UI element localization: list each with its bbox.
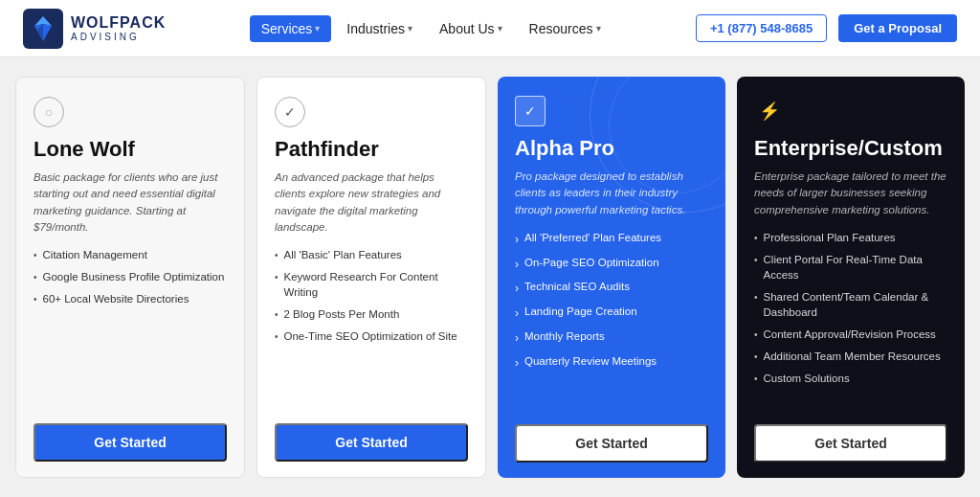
pricing-section: ○ Lone Wolf Basic package for clients wh… <box>0 57 980 497</box>
lone-wolf-icon: ○ <box>33 97 64 127</box>
main-nav: Services ▾ Industries ▾ About Us ▾ Resou… <box>185 15 677 42</box>
logo-wolfpack: WOLFPACK <box>71 14 166 32</box>
bullet-icon: • <box>33 271 37 284</box>
alpha-pro-features: ›All 'Preferred' Plan Features ›On-Page … <box>515 230 708 413</box>
enterprise-icon: ⚡ <box>754 96 785 126</box>
bullet-icon: › <box>515 355 519 372</box>
list-item: ›Landing Page Creation <box>515 304 708 322</box>
enterprise-desc: Enterprise package tailored to meet the … <box>754 169 947 218</box>
bullet-icon: › <box>515 305 519 322</box>
pathfinder-icon: ✓ <box>275 97 305 127</box>
list-item: ›All 'Preferred' Plan Features <box>515 230 708 248</box>
logo[interactable]: WOLFPACK ADVISING <box>23 9 166 49</box>
alpha-pro-cta[interactable]: Get Started <box>515 424 708 463</box>
logo-text: WOLFPACK ADVISING <box>71 14 166 42</box>
bullet-icon: • <box>33 293 37 306</box>
list-item: •Content Approval/Revision Process <box>754 327 947 342</box>
list-item: •60+ Local Website Directories <box>33 291 227 306</box>
enterprise-title: Enterprise/Custom <box>754 136 947 161</box>
list-item: •Google Business Profile Optimization <box>33 269 227 284</box>
pathfinder-cta[interactable]: Get Started <box>275 423 468 462</box>
enterprise-cta[interactable]: Get Started <box>754 424 947 463</box>
nav-industries[interactable]: Industries ▾ <box>335 15 424 42</box>
pathfinder-features: •All 'Basic' Plan Features •Keyword Rese… <box>275 247 468 412</box>
list-item: •One-Time SEO Optimization of Site <box>275 328 468 344</box>
card-lone-wolf: ○ Lone Wolf Basic package for clients wh… <box>15 77 245 478</box>
chevron-down-icon: ▾ <box>408 23 412 34</box>
list-item: •Professional Plan Features <box>754 230 947 245</box>
alpha-pro-desc: Pro package designed to establish client… <box>515 169 708 218</box>
list-item: •Custom Solutions <box>754 371 947 386</box>
bullet-icon: • <box>754 291 758 305</box>
list-item: •Citation Management <box>33 247 227 262</box>
enterprise-features: •Professional Plan Features •Client Port… <box>754 230 947 413</box>
alpha-pro-title: Alpha Pro <box>515 136 708 161</box>
bullet-icon: • <box>754 254 758 267</box>
bullet-icon: • <box>275 271 278 284</box>
list-item: •Client Portal For Real-Time Data Access <box>754 252 947 282</box>
logo-advising: ADVISING <box>71 32 166 42</box>
chevron-down-icon: ▾ <box>596 23 601 34</box>
header: WOLFPACK ADVISING Services ▾ Industries … <box>0 0 980 57</box>
bullet-icon: • <box>33 249 37 262</box>
list-item: •Keyword Research For Content Writing <box>275 269 468 300</box>
list-item: ›Quarterly Review Meetings <box>515 353 708 372</box>
list-item: ›On-Page SEO Optimization <box>515 255 708 273</box>
bullet-icon: › <box>515 330 519 347</box>
lone-wolf-cta[interactable]: Get Started <box>33 423 227 462</box>
bullet-icon: • <box>275 308 278 322</box>
card-alpha-pro: ✓ Alpha Pro Pro package designed to esta… <box>498 77 725 478</box>
bullet-icon: › <box>515 281 519 297</box>
card-enterprise: ⚡ Enterprise/Custom Enterprise package t… <box>737 77 965 478</box>
bullet-icon: › <box>515 257 519 273</box>
alpha-pro-icon: ✓ <box>515 96 546 126</box>
header-right: +1 (877) 548-8685 Get a Proposal <box>696 14 957 42</box>
bullet-icon: • <box>754 232 758 245</box>
nav-resources[interactable]: Resources ▾ <box>518 15 612 42</box>
lone-wolf-desc: Basic package for clients who are just s… <box>33 169 227 236</box>
phone-button[interactable]: +1 (877) 548-8685 <box>696 14 827 42</box>
wolfpack-logo-icon <box>23 9 63 49</box>
list-item: ›Monthly Reports <box>515 328 708 347</box>
chevron-down-icon: ▾ <box>498 23 502 34</box>
bullet-icon: › <box>515 232 519 248</box>
list-item: •Additional Team Member Resources <box>754 349 947 364</box>
lone-wolf-title: Lone Wolf <box>33 137 227 162</box>
card-pathfinder: ✓ Pathfinder An advanced package that he… <box>256 77 486 478</box>
list-item: •Shared Content/Team Calendar & Dashboar… <box>754 289 947 320</box>
list-item: •All 'Basic' Plan Features <box>275 247 468 262</box>
lone-wolf-features: •Citation Management •Google Business Pr… <box>33 247 227 412</box>
nav-about[interactable]: About Us ▾ <box>428 15 514 42</box>
list-item: ›Technical SEO Audits <box>515 279 708 297</box>
bullet-icon: • <box>275 249 278 262</box>
bullet-icon: • <box>754 350 758 364</box>
bullet-icon: • <box>754 373 758 386</box>
list-item: •2 Blog Posts Per Month <box>275 306 468 322</box>
bullet-icon: • <box>275 330 278 344</box>
nav-services[interactable]: Services ▾ <box>250 15 332 42</box>
chevron-down-icon: ▾ <box>315 23 320 34</box>
pathfinder-desc: An advanced package that helps clients e… <box>275 169 468 236</box>
pathfinder-title: Pathfinder <box>275 137 468 162</box>
get-proposal-button[interactable]: Get a Proposal <box>838 14 957 42</box>
bullet-icon: • <box>754 328 758 342</box>
